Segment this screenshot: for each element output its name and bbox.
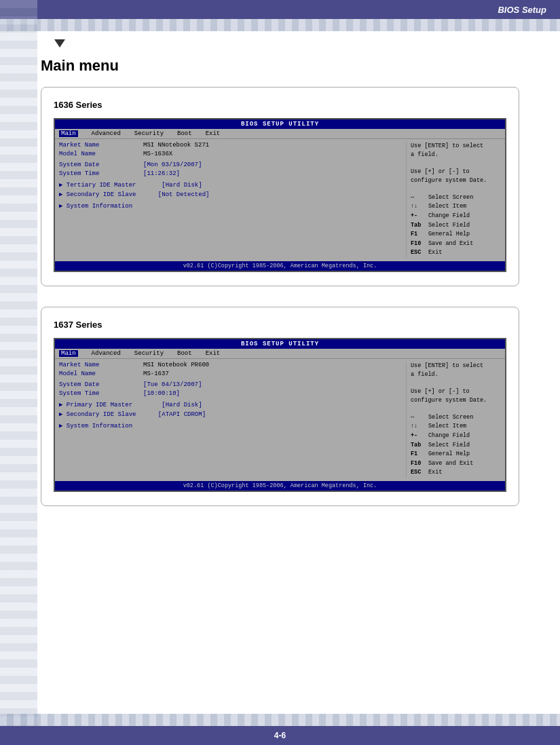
page-number: 4-6 — [274, 731, 286, 740]
bios-menu-boot[interactable]: Boot — [177, 130, 192, 137]
bios-secondary-ide: ▶ Secondary IDE Slave [Not Detected] — [59, 191, 399, 198]
bios-model-name-field: Model Name MS-1636X — [59, 151, 399, 157]
bios-1637-system-date-value: [Tue 04/13/2007] — [143, 381, 202, 388]
bios-1637-primary-ide: ▶ Primary IDE Master [Hard Disk] — [59, 401, 399, 408]
bios-1637-keymap: ↔Select Screen ↑↓Select Item +-Change Fi… — [411, 413, 501, 478]
bios-1637-menu-exit[interactable]: Exit — [206, 350, 221, 357]
bios-1636-keymap: ↔Select Screen ↑↓Select Item +-Change Fi… — [411, 193, 501, 258]
bios-system-time-field: System Time [11:26:32] — [59, 170, 399, 177]
series-1637-box: 1637 Series BIOS SETUP UTILITY Main Adva… — [41, 307, 519, 506]
bios-sys-info: ▶ System Information — [59, 202, 399, 210]
bios-1636-help-text: Use [ENTER] to selecta field.Use [+] or … — [411, 142, 501, 185]
bios-model-name-value: MS-1636X — [143, 151, 172, 157]
page-title: Main menu — [41, 57, 519, 75]
bios-1637-market-name-value: MSI Notebook PR600 — [143, 362, 209, 368]
bios-1637-system-time-label: System Time — [59, 390, 141, 397]
arrow-area — [0, 31, 560, 50]
bios-1637-model-name-label: Model Name — [59, 370, 141, 377]
bios-1637-system-time-field: System Time [10:00:10] — [59, 390, 399, 397]
bios-1637-footer: v02.61 (C)Copyright 1985-2006, American … — [55, 481, 505, 491]
bios-1637-menu-security[interactable]: Security — [134, 350, 164, 357]
header-title: BIOS Setup — [498, 5, 546, 15]
bios-1637-system-time-value: [10:00:10] — [143, 390, 180, 397]
bios-market-name-value: MSI NNotebook S271 — [143, 142, 209, 149]
bios-1637-menu-advanced[interactable]: Advanced — [92, 350, 121, 357]
bios-1636-titlebar: BIOS SETUP UTILITY — [55, 119, 505, 129]
bios-1636-menubar: Main Advanced Security Boot Exit — [55, 129, 505, 139]
bios-screen-1637: BIOS SETUP UTILITY Main Advanced Securit… — [54, 338, 506, 492]
bios-1637-help-text: Use [ENTER] to selecta field.Use [+] or … — [411, 362, 501, 405]
bios-system-date-label: System Date — [59, 161, 141, 168]
bios-model-name-label: Model Name — [59, 151, 141, 157]
bios-1636-body: Market Name MSI NNotebook S271 Model Nam… — [55, 139, 505, 261]
bios-system-time-label: System Time — [59, 170, 141, 177]
bios-1637-secondary-ide: ▶ Secondary IDE Slave [ATAPI CDROM] — [59, 410, 399, 418]
series-1637-label: 1637 Series — [54, 320, 506, 330]
bios-system-date-value: [Mon 03/19/2007] — [143, 161, 202, 168]
bios-menu-security[interactable]: Security — [134, 130, 164, 137]
bios-1637-body: Market Name MSI Notebook PR600 Model Nam… — [55, 359, 505, 481]
bios-1637-menu-boot[interactable]: Boot — [177, 350, 192, 357]
down-arrow-icon — [54, 39, 65, 47]
bios-1637-model-name-value: MS-1637 — [143, 370, 169, 377]
bios-1637-market-name-field: Market Name MSI Notebook PR600 — [59, 362, 399, 368]
page-footer: 4-6 — [0, 726, 560, 745]
bios-system-date-field: System Date [Mon 03/19/2007] — [59, 161, 399, 168]
bios-1637-menubar: Main Advanced Security Boot Exit — [55, 349, 505, 359]
bios-1636-right: Use [ENTER] to selecta field.Use [+] or … — [406, 142, 501, 259]
series-1636-label: 1636 Series — [54, 100, 506, 110]
bios-1636-left: Market Name MSI NNotebook S271 Model Nam… — [59, 142, 406, 259]
bios-1636-footer: v02.61 (C)Copyright 1985-2006, American … — [55, 261, 505, 271]
top-pattern — [0, 19, 560, 31]
bios-1637-left: Market Name MSI Notebook PR600 Model Nam… — [59, 362, 406, 478]
bios-1637-menu-main[interactable]: Main — [59, 350, 78, 357]
bios-menu-exit[interactable]: Exit — [206, 130, 221, 137]
bios-1637-titlebar: BIOS SETUP UTILITY — [55, 339, 505, 349]
bios-menu-main[interactable]: Main — [59, 130, 78, 137]
bios-1637-sys-info: ▶ System Information — [59, 422, 399, 429]
bios-1637-market-name-label: Market Name — [59, 362, 141, 368]
left-decor — [0, 0, 37, 745]
bottom-pattern — [0, 714, 560, 726]
bios-market-name-field: Market Name MSI NNotebook S271 — [59, 142, 399, 149]
bios-1637-right: Use [ENTER] to selecta field.Use [+] or … — [406, 362, 501, 478]
bios-1637-model-name-field: Model Name MS-1637 — [59, 370, 399, 377]
bios-tertiary-ide: ▶ Tertiary IDE Master [Hard Disk] — [59, 181, 399, 189]
bios-1637-system-date-label: System Date — [59, 381, 141, 388]
bios-1637-system-date-field: System Date [Tue 04/13/2007] — [59, 381, 399, 388]
bios-screen-1636: BIOS SETUP UTILITY Main Advanced Securit… — [54, 118, 506, 272]
bios-system-time-value: [11:26:32] — [143, 170, 180, 177]
main-content: Main menu 1636 Series BIOS SETUP UTILITY… — [0, 50, 560, 540]
header-bar: BIOS Setup — [0, 0, 560, 19]
bios-market-name-label: Market Name — [59, 142, 141, 149]
bios-menu-advanced[interactable]: Advanced — [92, 130, 121, 137]
series-1636-box: 1636 Series BIOS SETUP UTILITY Main Adva… — [41, 87, 519, 286]
